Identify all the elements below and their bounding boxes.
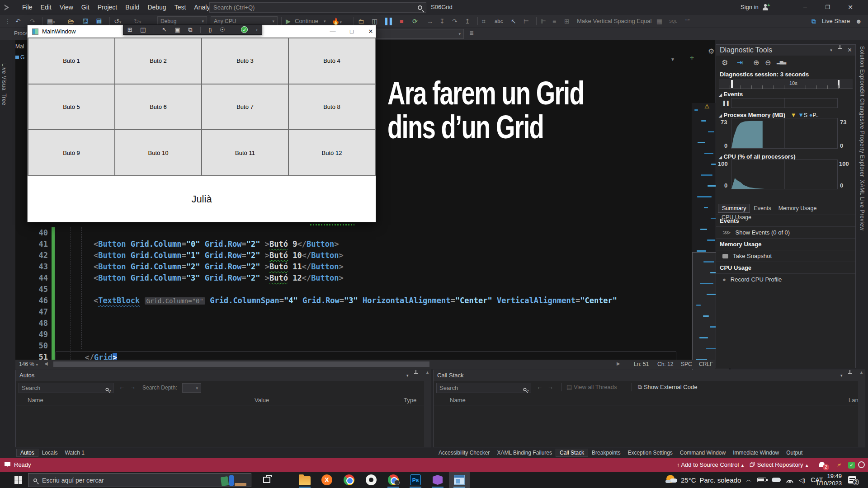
diag-tab-memory-usage[interactable]: Memory Usage xyxy=(775,204,821,212)
column-value[interactable]: Value xyxy=(255,397,269,404)
callstack-search-input[interactable]: Search ▾ xyxy=(436,383,531,393)
minimize-button[interactable]: – xyxy=(795,0,816,15)
close-button[interactable]: ✕ xyxy=(840,0,861,15)
task-view-button[interactable] xyxy=(260,474,273,486)
action-center-icon[interactable]: 2 xyxy=(848,472,856,488)
app-close-button[interactable]: ✕ xyxy=(362,25,380,38)
tab-command-window[interactable]: Command Window xyxy=(676,449,729,456)
photoshop-icon[interactable]: Ps xyxy=(409,474,422,486)
circle-app-icon[interactable] xyxy=(365,474,377,486)
sql-icon[interactable]: SQL xyxy=(669,15,677,28)
pin-icon[interactable] xyxy=(848,370,852,375)
dropdown-icon[interactable]: ▾ xyxy=(830,45,832,56)
tab-output[interactable]: Output xyxy=(783,449,806,456)
tab-autos[interactable]: Autos xyxy=(16,449,38,457)
grid-button-3[interactable]: Butó 3 xyxy=(202,38,288,84)
tab-accessibility-checker[interactable]: Accessibility Checker xyxy=(435,449,493,456)
session-timeline[interactable]: 10s xyxy=(719,79,853,89)
code-line-44[interactable]: 44 <Button Grid.Column="3" Grid.Row="2" … xyxy=(15,272,676,284)
grid-icon[interactable]: ▦ xyxy=(656,15,662,28)
next-result-icon[interactable]: → xyxy=(130,384,136,390)
show-events-link[interactable]: ⋙Show Events (0 of 0) xyxy=(716,227,855,238)
app-minimize-button[interactable]: — xyxy=(324,25,342,38)
code-line-41[interactable]: 41 <Button Grid.Column="0" Grid.Row="2" … xyxy=(15,239,676,250)
step-out-button[interactable]: ↥ xyxy=(465,15,470,28)
tab-watch-1[interactable]: Watch 1 xyxy=(61,449,88,456)
step-over-button[interactable]: ↷ xyxy=(452,15,458,28)
filter-icon[interactable]: ▼ xyxy=(791,112,797,118)
code-line-47[interactable]: 47 xyxy=(15,306,676,318)
tab-call-stack[interactable]: Call Stack xyxy=(556,449,588,457)
code-line-49[interactable]: 49 xyxy=(15,329,676,340)
make-same-size-icon[interactable]: ⊞ xyxy=(564,15,570,28)
navigate-back-button[interactable]: ↶ xyxy=(15,15,21,28)
screencast-icon[interactable]: ◫ xyxy=(140,26,146,33)
wifi-icon[interactable] xyxy=(786,477,793,483)
live-tree-icon[interactable]: ⊨ xyxy=(524,15,529,28)
side-tab-git-changes[interactable]: Git Changes xyxy=(859,89,865,122)
dropdown-icon[interactable]: ▾ xyxy=(840,370,843,381)
code-line-46[interactable]: 46 <TextBlock Grid.Column="0" Grid.Colum… xyxy=(15,295,676,306)
grid-button-6[interactable]: Butó 6 xyxy=(115,84,201,130)
grid-button-2[interactable]: Butó 2 xyxy=(115,38,201,84)
chart-icon[interactable]: ▂▅▃ xyxy=(777,59,786,64)
restore-button[interactable]: ❐ xyxy=(817,0,838,15)
outline-collapse-icon[interactable]: ▼ xyxy=(670,57,675,62)
autos-title-bar[interactable]: Autos ▾× xyxy=(16,370,431,381)
scroll-right-icon[interactable]: ▶ xyxy=(617,361,620,366)
track-focused-icon[interactable]: ⧉ xyxy=(188,26,192,33)
user-avatar[interactable] xyxy=(858,461,865,468)
quick-search-box[interactable]: Search (Ctrl+Q) xyxy=(209,2,426,13)
hot-reload-ok-icon[interactable]: ✓ xyxy=(241,26,248,33)
accessibility-checker-icon[interactable]: ☉ xyxy=(220,26,225,33)
menu-file[interactable]: File xyxy=(18,0,37,15)
thread-list-icon[interactable]: ≣ xyxy=(469,30,474,36)
editor-settings-gear-icon[interactable]: ⚙ xyxy=(708,47,714,56)
sign-in-button[interactable]: Sign in + xyxy=(741,4,769,10)
tab-locals[interactable]: Locals xyxy=(38,449,61,456)
document-tab-fragment[interactable]: Mai xyxy=(15,43,27,50)
code-line-45[interactable]: 45 xyxy=(15,284,676,295)
pin-icon[interactable] xyxy=(838,45,842,49)
tray-expand-chevron[interactable]: ︿ xyxy=(746,476,752,484)
battery-icon[interactable] xyxy=(757,478,766,482)
live-share-label[interactable]: Live Share xyxy=(822,15,850,28)
tab-breakpoints[interactable]: Breakpoints xyxy=(588,449,624,456)
code-line-42[interactable]: 42 <Button Grid.Column="1" Grid.Row="2" … xyxy=(15,250,676,261)
mainwindow-app[interactable]: MainWindow ⊞ ◫ ↖ ▣ ⧉ {} ☉ ✓ ‹ — □ ✕ Butó… xyxy=(27,25,376,222)
scroll-left-icon[interactable]: ◀ xyxy=(44,361,48,366)
chrome-icon[interactable] xyxy=(343,474,355,486)
horizontal-scrollbar[interactable] xyxy=(53,361,429,367)
make-vertical-spacing-label[interactable]: Make Vertical Spacing Equal xyxy=(577,15,651,28)
code-line-43[interactable]: 43 <Button Grid.Column="2" Grid.Row="2" … xyxy=(15,261,676,272)
xaml-hot-reload-icon[interactable]: {} xyxy=(208,27,212,33)
export-icon[interactable]: ⇥ xyxy=(737,58,743,67)
autos-scrollbar[interactable]: ▲ xyxy=(424,370,431,447)
app-maximize-button[interactable]: □ xyxy=(343,25,361,38)
notifications-bell-icon[interactable]: 2 xyxy=(819,461,825,468)
grid-button-12[interactable]: Butó 12 xyxy=(289,130,375,175)
file-explorer-icon[interactable] xyxy=(298,474,311,486)
xampp-icon[interactable]: X xyxy=(321,474,333,486)
stop-debugging-button[interactable]: ■ xyxy=(400,15,403,28)
show-external-code-button[interactable]: ⧉ Show External Code xyxy=(638,384,697,391)
start-button[interactable] xyxy=(12,474,24,486)
side-tab-solution-explorer[interactable]: Solution Explorer xyxy=(859,46,865,91)
callstack-scrollbar[interactable]: ▲ xyxy=(858,370,865,447)
grid-button-11[interactable]: Butó 11 xyxy=(202,130,288,175)
dropdown-icon[interactable]: ▾ xyxy=(406,370,409,381)
menu-build[interactable]: Build xyxy=(121,0,143,15)
grid-button-4[interactable]: Butó 4 xyxy=(289,38,375,84)
taskbar-search-box[interactable]: Escriu aquí per cercar xyxy=(28,473,251,487)
diag-tab-events[interactable]: Events xyxy=(750,204,774,212)
menu-debug[interactable]: Debug xyxy=(143,0,170,15)
code-line-40[interactable]: 40 xyxy=(15,227,676,239)
pin-icon[interactable] xyxy=(414,370,418,375)
record-cpu-button[interactable]: ●Record CPU Profile xyxy=(716,274,855,285)
zoom-level-dropdown[interactable]: 146 % ▾ xyxy=(19,361,38,367)
go-to-live-visual-tree-icon[interactable]: ⊞ xyxy=(127,26,132,33)
select-element-icon[interactable]: ↖ xyxy=(162,26,167,33)
grid-button-10[interactable]: Butó 10 xyxy=(115,130,201,175)
clock[interactable]: 19:49 1/10/2023 xyxy=(816,472,842,488)
volume-icon[interactable]: ◁) xyxy=(799,477,805,483)
